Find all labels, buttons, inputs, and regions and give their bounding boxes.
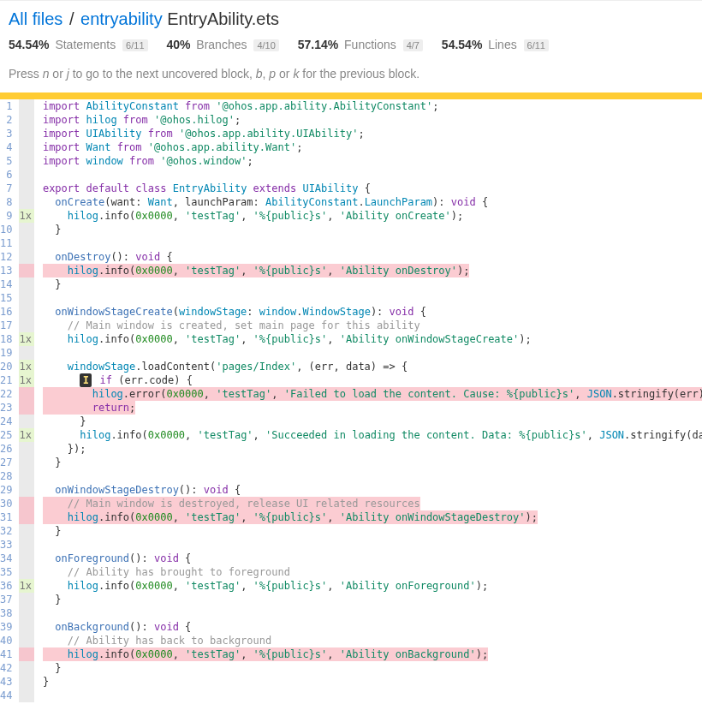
code-row: 17 // Main window is created, set main p… [0,319,702,332]
code-row: 35 // Ability has brought to foreground [0,565,702,579]
breadcrumb-dir-link[interactable]: entryability [80,9,163,28]
code-cell: onBackground(): void { [34,620,702,634]
coverage-count [19,264,33,277]
line-number[interactable]: 18 [0,332,19,346]
header: All files / entryability EntryAbility.et… [0,0,702,51]
stat-label: Functions [344,38,396,51]
code-row: 23 return; [0,401,702,415]
coverage-count [19,606,33,620]
line-number[interactable]: 28 [0,469,19,483]
code-cell: // Ability has back to background [34,634,702,647]
line-number[interactable]: 22 [0,387,19,401]
coverage-count: 1x [19,332,33,346]
line-number[interactable]: 31 [0,510,19,524]
stat-frac: 4/7 [403,39,423,51]
line-number[interactable]: 35 [0,565,19,579]
coverage-count [19,346,33,360]
code-row: 211x I if (err.code) { [0,373,702,387]
code-cell: hilog.info(0x0000, 'testTag', '%{public}… [34,332,702,346]
coverage-count [19,127,33,140]
uncovered-line: hilog.info(0x0000, 'testTag', '%{public}… [43,647,488,661]
coverage-stats: 54.54% Statements 6/11 40% Branches 4/10… [9,38,702,51]
line-number[interactable]: 30 [0,497,19,510]
uncovered-line: // Main window is destroyed, release UI … [43,497,420,510]
code-row: 16 onWindowStageCreate(windowStage: wind… [0,305,702,319]
line-number[interactable]: 6 [0,168,19,182]
line-number[interactable]: 26 [0,442,19,456]
code-row: 28 [0,469,702,483]
coverage-count: 1x [19,360,33,373]
code-cell: import UIAbility from '@ohos.app.ability… [34,127,702,140]
code-row: 2import hilog from '@ohos.hilog'; [0,113,702,127]
code-cell: } [34,415,702,428]
line-number[interactable]: 5 [0,154,19,168]
breadcrumb-file: EntryAbility.ets [167,9,279,28]
hint-key: p [269,67,276,81]
line-number[interactable]: 29 [0,483,19,497]
line-number[interactable]: 9 [0,209,19,223]
line-number[interactable]: 25 [0,428,19,442]
code-row: 30 // Main window is destroyed, release … [0,497,702,510]
breadcrumb-root-link[interactable]: All files [9,9,62,28]
line-number[interactable]: 17 [0,319,19,332]
coverage-count [19,223,33,236]
line-number[interactable]: 16 [0,305,19,319]
line-number[interactable]: 34 [0,552,19,565]
line-number[interactable]: 43 [0,675,19,689]
coverage-count [19,689,33,702]
coverage-count [19,647,33,661]
code-cell: } [34,223,702,236]
code-cell: return; [34,401,702,415]
coverage-count [19,675,33,689]
line-number[interactable]: 2 [0,113,19,127]
line-number[interactable]: 36 [0,579,19,593]
line-number[interactable]: 8 [0,195,19,209]
line-number[interactable]: 27 [0,456,19,469]
uncovered-line: hilog.error(0x0000, 'testTag', 'Failed t… [43,387,702,401]
line-number[interactable]: 24 [0,415,19,428]
coverage-count [19,456,33,469]
coverage-count [19,483,33,497]
coverage-count [19,552,33,565]
code-cell: // Main window is destroyed, release UI … [34,497,702,510]
line-number[interactable]: 20 [0,360,19,373]
line-number[interactable]: 15 [0,291,19,305]
code-cell: hilog.info(0x0000, 'testTag', '%{public}… [34,209,702,223]
line-number[interactable]: 40 [0,634,19,647]
line-number[interactable]: 39 [0,620,19,634]
line-number[interactable]: 33 [0,538,19,552]
line-number[interactable]: 12 [0,250,19,264]
line-number[interactable]: 14 [0,277,19,291]
hint-text: to go to the next uncovered block, [69,67,256,81]
line-number[interactable]: 10 [0,223,19,236]
code-cell: import hilog from '@ohos.hilog'; [34,113,702,127]
code-row: 38 [0,606,702,620]
line-number[interactable]: 11 [0,236,19,250]
line-number[interactable]: 19 [0,346,19,360]
line-number[interactable]: 21 [0,373,19,387]
stat-pct: 54.54% [442,38,482,51]
code-row: 19 [0,346,702,360]
coverage-count [19,661,33,675]
line-number[interactable]: 23 [0,401,19,415]
line-number[interactable]: 42 [0,661,19,675]
coverage-count [19,182,33,195]
line-number[interactable]: 38 [0,606,19,620]
line-number[interactable]: 4 [0,140,19,154]
line-number[interactable]: 44 [0,689,19,702]
stat-functions: 57.14% Functions 4/7 [298,38,423,51]
coverage-count: 1x [19,579,33,593]
line-number[interactable]: 3 [0,127,19,140]
code-row: 41 hilog.info(0x0000, 'testTag', '%{publ… [0,647,702,661]
code-cell: onCreate(want: Want, launchParam: Abilit… [34,195,702,209]
line-number[interactable]: 1 [0,99,19,113]
line-number[interactable]: 41 [0,647,19,661]
line-number[interactable]: 13 [0,264,19,277]
line-number[interactable]: 32 [0,524,19,538]
line-number[interactable]: 37 [0,593,19,606]
line-number[interactable]: 7 [0,182,19,195]
code-cell: I if (err.code) { [34,373,702,387]
code-cell: hilog.info(0x0000, 'testTag', 'Succeeded… [34,428,702,442]
coverage-count: 1x [19,209,33,223]
coverage-count [19,524,33,538]
